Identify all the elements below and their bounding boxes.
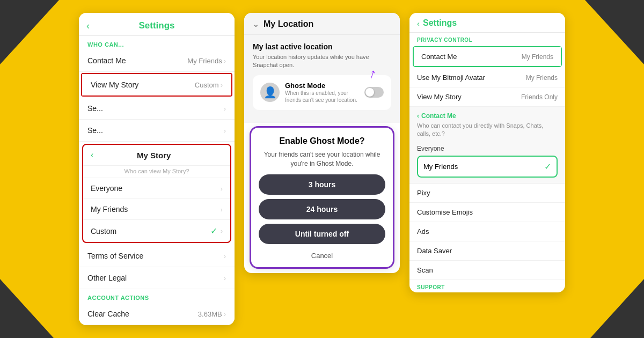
s3-view-story-value: Friends Only [521, 93, 558, 101]
s1-account-label: ACCOUNT ACTIONS [79, 289, 235, 303]
s1-cache-chevron: › [224, 310, 226, 318]
btn-24hours[interactable]: 24 hours [259, 199, 385, 219]
cancel-btn[interactable]: Cancel [259, 248, 385, 261]
s1-search-chevron2: › [224, 127, 226, 135]
s1-search-row2[interactable]: Se... › [79, 120, 235, 142]
s1-view-story-value: Custom › [195, 81, 223, 89]
s1-terms-label: Terms of Service [87, 252, 143, 260]
ghost-toggle[interactable] [364, 87, 384, 98]
s3-data-saver-label: Data Saver [417, 247, 452, 255]
s1-terms-chevron: › [224, 252, 226, 260]
dropdown-back-icon[interactable]: ‹ [91, 150, 93, 160]
dropdown-custom-check: ✓ [210, 226, 217, 236]
s3-bitmoji-row[interactable]: Use My Bitmoji Avatar My Friends [409, 68, 565, 87]
s1-back-icon[interactable]: ‹ [86, 20, 90, 32]
decoration-poly-tr [585, 0, 644, 64]
s2-section-title: My last active location [253, 42, 391, 51]
s1-search-label2: Se... [87, 126, 103, 135]
s3-ads-label: Ads [417, 227, 429, 236]
s2-content: My last active location Your location hi… [244, 35, 400, 123]
s2-section-desc: Your location history updates while you … [253, 53, 391, 70]
s3-pixy-label: Pixy [417, 189, 430, 197]
dropdown-subtitle: Who can view My Story? [83, 166, 230, 178]
ghost-info: Ghost Mode When this is enabled, your fr… [285, 82, 359, 104]
s3-emojis-label: Customise Emojis [417, 208, 473, 216]
toggle-knob [365, 88, 374, 97]
ghost-desc: When this is enabled, your friends can't… [285, 90, 359, 104]
contact-friends-option[interactable]: My Friends ✓ [417, 156, 558, 178]
s1-contact-row[interactable]: Contact Me My Friends › [79, 50, 235, 72]
contact-sub-desc: Who can contact you directly with Snaps,… [417, 122, 558, 138]
dropdown-custom-item[interactable]: Custom ✓ › [83, 220, 230, 242]
s3-view-story-label: View My Story [417, 93, 462, 101]
s1-contact-value: My Friends › [187, 57, 226, 65]
s3-title: Settings [423, 18, 457, 28]
s3-privacy-label: PRIVACY CONTROL [409, 33, 565, 45]
s3-ads-row[interactable]: Ads [409, 222, 565, 241]
s1-view-story-label: View My Story [91, 80, 138, 89]
s1-search-chevron1: › [224, 105, 226, 113]
s3-back-icon[interactable]: ‹ [417, 19, 420, 28]
s3-header: ‹ Settings [409, 13, 565, 33]
dropdown-friends-label: My Friends [91, 205, 128, 214]
s2-title: My Location [264, 19, 313, 29]
contact-friends-label: My Friends [423, 163, 458, 171]
dropdown-header: ‹ My Story [83, 145, 230, 166]
s2-header: ⌄ My Location [244, 13, 400, 35]
s1-search-row1[interactable]: Se... › [79, 98, 235, 120]
decoration-poly-tl [0, 0, 59, 64]
s3-view-story-row[interactable]: View My Story Friends Only [409, 87, 565, 107]
s3-contact-row[interactable]: Contact Me My Friends [414, 47, 561, 66]
s3-scan-label: Scan [417, 266, 433, 274]
ghost-modal: Enable Ghost Mode? Your friends can't se… [250, 126, 394, 269]
contact-check-icon: ✓ [544, 161, 551, 172]
s1-terms-row[interactable]: Terms of Service › [79, 245, 235, 267]
decoration-poly-bl [0, 279, 54, 338]
s1-contact-chevron: › [224, 57, 226, 65]
ghost-modal-title: Enable Ghost Mode? [259, 136, 385, 146]
dropdown-custom-chevron: › [221, 227, 223, 235]
s2-chevron-down-icon[interactable]: ⌄ [253, 20, 259, 28]
screen1-settings: ‹ Settings WHO CAN... Contact Me My Frie… [79, 13, 235, 325]
s1-cache-label: Clear Cache [87, 310, 129, 318]
btn-3hours[interactable]: 3 hours [259, 174, 385, 195]
dropdown-everyone-item[interactable]: Everyone › [83, 178, 230, 199]
s3-bitmoji-value: My Friends [526, 74, 558, 82]
contact-sub-title: ‹ Contact Me [417, 112, 558, 120]
s3-emojis-row[interactable]: Customise Emojis [409, 203, 565, 222]
dropdown-everyone-label: Everyone [91, 184, 122, 193]
s3-data-saver-row[interactable]: Data Saver [409, 241, 565, 261]
ghost-card: 👤 Ghost Mode When this is enabled, your … [253, 75, 391, 110]
s1-view-story-chevron: › [221, 81, 223, 89]
s1-title: Settings [138, 20, 174, 31]
ghost-avatar: 👤 [260, 83, 280, 102]
contact-everyone-label: Everyone [417, 143, 558, 156]
dropdown-title: My Story [98, 151, 210, 160]
dropdown-custom-label: Custom [91, 227, 116, 236]
s1-legal-chevron: › [224, 274, 226, 282]
s1-cache-value: 3.63MB › [198, 310, 226, 318]
screens-container: ‹ Settings WHO CAN... Contact Me My Frie… [57, 0, 587, 338]
s1-contact-label: Contact Me [87, 56, 126, 65]
s1-cache-row[interactable]: Clear Cache 3.63MB › [79, 303, 235, 325]
contact-sub-section: ‹ Contact Me Who can contact you directl… [409, 107, 565, 183]
decoration-poly-br [590, 279, 644, 338]
s1-legal-label: Other Legal [87, 274, 127, 282]
s3-pixy-row[interactable]: Pixy [409, 183, 565, 203]
ghost-modal-desc: Your friends can't see your location whi… [259, 150, 385, 168]
btn-until[interactable]: Until turned off [259, 224, 385, 244]
s1-header: ‹ Settings [79, 13, 235, 36]
contact-sub-back-icon[interactable]: ‹ [417, 112, 419, 120]
s3-contact-label: Contact Me [421, 53, 457, 61]
s3-scan-row[interactable]: Scan [409, 261, 565, 280]
s3-bitmoji-label: Use My Bitmoji Avatar [417, 74, 485, 82]
s1-legal-row[interactable]: Other Legal › [79, 267, 235, 289]
s1-who-can-label: WHO CAN... [79, 36, 235, 50]
s3-contact-value: My Friends [522, 53, 553, 61]
dropdown-friends-chevron: › [221, 205, 223, 214]
s1-search-label1: Se... [87, 104, 103, 113]
s1-view-story-row[interactable]: View My Story Custom › [82, 74, 231, 95]
dropdown-everyone-chevron: › [221, 185, 223, 193]
dropdown-friends-item[interactable]: My Friends › [83, 199, 230, 220]
screen3-privacy: ‹ Settings PRIVACY CONTROL Contact Me My… [409, 13, 565, 292]
